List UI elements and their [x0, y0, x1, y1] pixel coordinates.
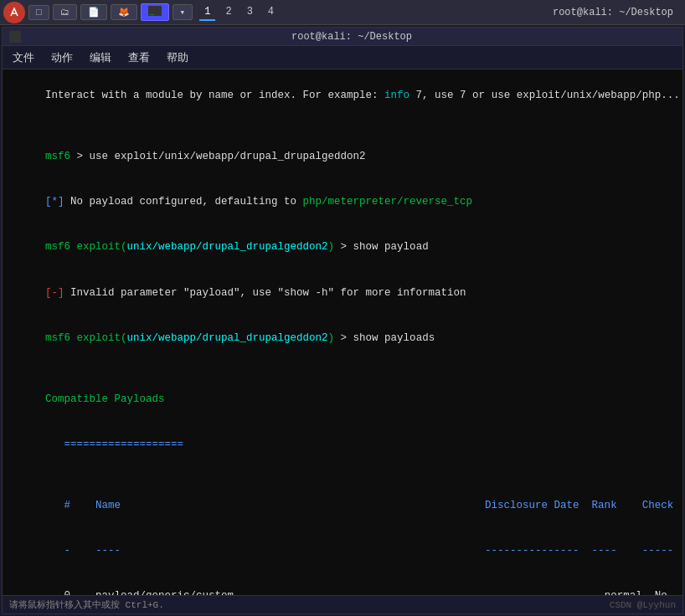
info-no-payload: [*] No payload configured, defaulting to… — [8, 179, 677, 224]
section-divider: =================== — [8, 422, 677, 467]
terminal-icon — [9, 31, 21, 43]
kali-logo — [3, 2, 25, 23]
svg-text:_: _ — [150, 8, 154, 15]
terminal-content[interactable]: Interact with a module by name or index.… — [3, 69, 682, 595]
cmd-use: msf6 > use exploit/unix/webapp/drupal_dr… — [8, 134, 677, 179]
table-divider: - ---- --------------- ---- ----- ------… — [8, 528, 677, 573]
taskbar-title: root@kali: ~/Desktop — [553, 7, 673, 18]
menu-file[interactable]: 文件 — [9, 49, 38, 67]
terminal-window: root@kali: ~/Desktop 文件 动作 编辑 查看 帮助 Inte… — [2, 27, 683, 614]
section-header: Compatible Payloads — [8, 377, 677, 422]
blank-2 — [8, 361, 677, 376]
taskbar-dropdown-btn[interactable]: ▾ — [173, 4, 193, 20]
taskbar-num-4[interactable]: 4 — [263, 4, 279, 21]
taskbar-browser-btn[interactable]: 🦊 — [111, 4, 137, 20]
status-text: 请将鼠标指针移入其中或按 Ctrl+G. — [9, 598, 164, 611]
error-invalid-param: [-] Invalid parameter "payload", use "sh… — [8, 270, 677, 316]
blank-line-1 — [8, 118, 677, 133]
payload-0: 0 payload/generic/custom normal No Custo… — [8, 573, 677, 595]
table-header: # Name Disclosure Date Rank Check Descri… — [8, 482, 677, 527]
cmd-show-payloads: msf6 exploit(unix/webapp/drupal_drupalge… — [8, 316, 677, 361]
terminal-title-bar: root@kali: ~/Desktop — [3, 28, 682, 46]
blank-3 — [8, 467, 677, 482]
taskbar-extra-btn[interactable]: 📄 — [80, 4, 107, 20]
taskbar-num-2[interactable]: 2 — [220, 4, 236, 21]
taskbar-num-3[interactable]: 3 — [242, 4, 258, 21]
menu-view[interactable]: 查看 — [125, 49, 153, 67]
menu-help[interactable]: 帮助 — [163, 49, 192, 67]
taskbar-files-btn[interactable]: 🗂 — [53, 4, 77, 20]
cmd-show-payload: msf6 exploit(unix/webapp/drupal_drupalge… — [8, 224, 677, 270]
watermark: CSDN @Lyyhun — [610, 600, 676, 610]
menu-bar: 文件 动作 编辑 查看 帮助 — [3, 46, 682, 69]
taskbar-app-btn[interactable]: □ — [28, 5, 49, 20]
taskbar: □ 🗂 📄 🦊 _ ▾ 1 2 3 4 root@kali: ~/Desktop — [0, 0, 685, 25]
intro-line: Interact with a module by name or index.… — [8, 73, 677, 118]
taskbar-nums: 1 2 3 4 — [199, 4, 279, 21]
status-bar: 请将鼠标指针移入其中或按 Ctrl+G. CSDN @Lyyhun — [3, 595, 682, 613]
taskbar-num-1[interactable]: 1 — [199, 4, 215, 21]
taskbar-terminal-btn[interactable]: _ — [141, 3, 169, 21]
menu-action[interactable]: 动作 — [48, 49, 76, 67]
terminal-title: root@kali: ~/Desktop — [28, 31, 676, 43]
menu-edit[interactable]: 编辑 — [86, 49, 115, 67]
